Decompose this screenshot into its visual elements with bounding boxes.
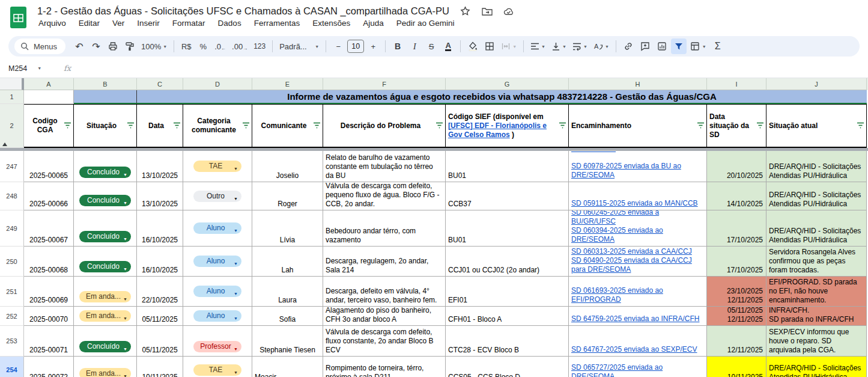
sd-link[interactable]: BU/GR/UFSC [571, 151, 702, 153]
categoria-dropdown[interactable]: Aluno▼ [193, 286, 241, 297]
zoom-select[interactable]: 100%▼ [139, 38, 169, 54]
cell-sief[interactable]: CCJ01 ou CCJ02 (2o andar) [446, 247, 569, 277]
cell-data-sd[interactable]: 10/11/2025 [707, 357, 766, 377]
filter-icon[interactable] [313, 122, 321, 131]
situacao-dropdown[interactable]: Em anda...▼ [79, 368, 131, 377]
horizontal-align-button[interactable]: ▼ [528, 38, 548, 54]
situacao-dropdown[interactable]: Concluído▼ [79, 167, 131, 178]
cloud-saved-icon[interactable] [503, 6, 514, 17]
menu-ver[interactable]: Ver [112, 19, 124, 28]
format-currency-button[interactable]: R$ [178, 38, 194, 54]
categoria-dropdown[interactable]: Aluno▼ [193, 256, 241, 267]
menu-gemini[interactable]: Pedir ao Gemini [396, 19, 455, 28]
cell-situacao-atual[interactable]: EFI/PROGRAD. SD parada no EFI, não houve… [766, 277, 867, 307]
sd-link[interactable]: SD 60490-2025 enviada da CAA/CCJ para DR… [571, 256, 702, 274]
filter-icon[interactable] [857, 122, 864, 131]
cell-comunicante[interactable]: Roger [252, 182, 323, 210]
row-number[interactable]: 253 [0, 326, 24, 357]
increase-font-size-button[interactable]: + [365, 38, 381, 54]
cell-codigo[interactable]: 2025-00072 [24, 357, 74, 377]
cell-data-sd[interactable]: 12/11/2025 [707, 326, 766, 357]
sd-link[interactable]: SD 060394-2025 enviada ao DRE/SEOMA [571, 226, 702, 244]
row-number[interactable]: 2 [0, 104, 24, 148]
cell-data[interactable]: 05/11/2025 [137, 326, 183, 357]
cell-situacao-atual[interactable]: DRE/ARQ/HID - Solicitações Atendidas PU/… [766, 182, 867, 210]
insert-link-button[interactable] [621, 38, 636, 54]
sd-link[interactable]: SD 060313-2025 enviada a CAA/CCJ [571, 247, 702, 256]
select-all-corner[interactable] [0, 78, 24, 90]
cell-sief[interactable]: CFH01 - Bloco A [446, 307, 569, 326]
row-number[interactable]: 250 [0, 247, 24, 277]
cell-sief[interactable]: EFI01 [446, 277, 569, 307]
situacao-dropdown[interactable]: Concluído▼ [79, 195, 131, 206]
text-color-button[interactable]: A [440, 38, 456, 54]
header-descricao[interactable]: Descrição do Problema [323, 104, 446, 148]
cell-situacao-atual[interactable]: DRE/ARQ/HID - Solicitações Atendidas PU/… [766, 357, 867, 377]
cell-descricao[interactable]: Relato de barulho de vazamento constante… [323, 151, 446, 182]
vertical-align-button[interactable]: ▼ [549, 38, 569, 54]
cell-comunicante[interactable]: Moacir [252, 357, 323, 377]
cell-data[interactable]: 22/10/2025 [137, 277, 183, 307]
situacao-dropdown[interactable]: Concluído▼ [79, 261, 131, 272]
font-size-input[interactable]: 10 [347, 40, 364, 53]
categoria-dropdown[interactable]: Aluno▼ [193, 310, 241, 322]
col-H[interactable]: H [569, 78, 707, 90]
name-box[interactable]: M254▼ [0, 64, 53, 73]
col-D[interactable]: D [183, 78, 252, 90]
header-encaminhamento[interactable]: Encaminhamento [569, 104, 707, 148]
col-E[interactable]: E [252, 78, 323, 90]
cell-comunicante[interactable]: Sofia [252, 307, 323, 326]
cell-data-sd[interactable]: 23/10/202512/11/2025 [707, 277, 766, 307]
cell-data-sd[interactable]: 17/10/2025 [707, 247, 766, 277]
cell-descricao[interactable]: Descarga, regulagem, 2o andar, Sala 214 [323, 247, 446, 277]
header-comunicante[interactable]: Comunicante [252, 104, 323, 148]
cell-data[interactable]: 16/10/2025 [137, 210, 183, 247]
cell-data[interactable]: 10/11/2025 [137, 357, 183, 377]
document-title[interactable]: 1-2 - Gestão das Águas - Solicitações UF… [37, 5, 449, 17]
col-A[interactable]: A [24, 78, 74, 90]
cell-codigo[interactable]: 2025-00069 [24, 277, 74, 307]
cell-comunicante[interactable]: Lívia [252, 210, 323, 247]
create-filter-button[interactable] [671, 38, 687, 54]
header-data[interactable]: Data [137, 104, 183, 148]
header-categoria[interactable]: Categoria comunicante [183, 104, 252, 148]
cell-comunicante[interactable]: Lah [252, 247, 323, 277]
col-J[interactable]: J [766, 78, 867, 90]
format-percent-button[interactable]: % [195, 38, 211, 54]
increase-decimal-button[interactable]: .00→ [229, 38, 250, 54]
sd-link[interactable]: SD 64759-2025 enviada ao INFRA/CFH [571, 314, 702, 323]
cell-comunicante[interactable]: Laura [252, 277, 323, 307]
row-number[interactable]: 248 [0, 182, 24, 210]
cell-descricao[interactable]: Rompimento de torneira, térro, próximo à… [323, 357, 446, 377]
cell-comunicante[interactable]: Joselio [252, 151, 323, 182]
fill-color-button[interactable] [465, 38, 481, 54]
banner-title[interactable]: Informe de vazamentos água e esgoto rece… [137, 90, 867, 104]
cell-descricao[interactable]: Válvula de descarga com defeito, pequeno… [323, 182, 446, 210]
header-sief[interactable]: Código SIEF (disponível em [UFSC] EDF - … [446, 104, 569, 148]
cell-situacao-atual[interactable]: INFRA/CFH. SD parada no INFRA/CFH [766, 307, 867, 326]
cell-sief[interactable]: BU01 [446, 151, 569, 182]
filter-icon[interactable] [436, 122, 443, 131]
filter-icon[interactable] [242, 122, 250, 131]
sd-link[interactable]: SD 065727/2025 enviada ao DRE/SEOMA [571, 363, 702, 377]
cell-codigo[interactable]: 2025-00067 [24, 210, 74, 247]
cell-data[interactable]: 13/10/2025 [137, 151, 183, 182]
cell-situacao-atual[interactable]: Servidora Rosangela Alves confirmou que … [766, 247, 867, 277]
situacao-dropdown[interactable]: Concluído▼ [79, 341, 131, 352]
sd-link[interactable]: SD 059115-2025 enviada ao MAN/CCB [571, 199, 702, 208]
bold-button[interactable]: B [390, 38, 405, 54]
menu-inserir[interactable]: Inserir [137, 19, 160, 28]
header-codigo[interactable]: Codigo CGA [24, 104, 74, 148]
categoria-dropdown[interactable]: Aluno▼ [193, 222, 241, 234]
star-icon[interactable] [460, 6, 471, 17]
cell-B1[interactable] [74, 90, 137, 104]
paint-format-button[interactable] [122, 38, 138, 54]
cell-codigo[interactable]: 2025-00065 [24, 151, 74, 182]
cell-descricao[interactable]: Alagamento do piso do banheiro, CFH 3o a… [323, 307, 446, 326]
text-rotation-button[interactable]: A▼ [591, 38, 612, 54]
situacao-dropdown[interactable]: Em anda...▼ [79, 291, 131, 302]
functions-button[interactable]: Σ [710, 38, 726, 54]
move-folder-icon[interactable] [482, 6, 493, 17]
cell-situacao-atual[interactable]: DRE/ARQ/HID - Solicitações Atendidas PU/… [766, 210, 867, 247]
cell-data-sd[interactable]: 17/10/2025 [707, 210, 766, 247]
